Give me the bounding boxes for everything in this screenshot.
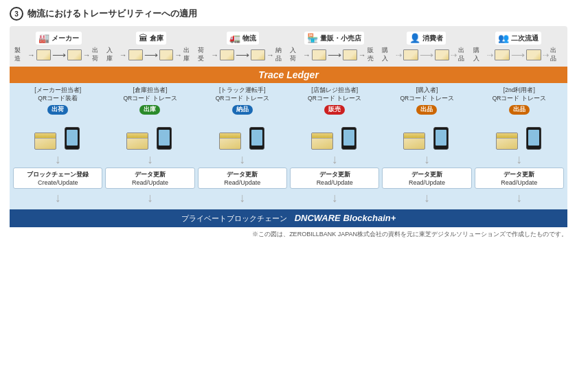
down-arrow-3: ↓ <box>332 153 338 165</box>
role-line2-3: QRコード トレース <box>308 95 361 103</box>
sc-arrow-1: → <box>120 51 127 59</box>
sc-icon-0: 🏭 <box>38 33 49 43</box>
sc-flow-right-label-0: 出荷 <box>92 47 104 63</box>
role-line1-4: [購入者] <box>400 87 453 95</box>
role-text-0: [メーカー担当者] QRコード装着 <box>34 87 81 103</box>
sc-flow-right-label-3: 販売 <box>367 47 379 63</box>
sc-flow-4: 購入 ⇢ ⟶ ⇢ 出品 <box>382 47 471 63</box>
sc-flow-left-label-4: 購入 <box>382 47 394 63</box>
sc-box2-0 <box>67 49 82 60</box>
data-line2-4: Read/Update <box>409 179 445 186</box>
sc-box-1 <box>128 49 143 60</box>
supply-chain-col-1: 🏛 倉庫 入庫 → ⟶ → 出庫 <box>105 32 197 63</box>
grid-col-1: [倉庫担当者] QRコード トレース 出庫 ↓ データ更新 Read/Updat… <box>105 87 194 206</box>
fig-number: 3 <box>14 10 19 18</box>
col-down-0: ↓ <box>55 191 61 205</box>
sc-flow-left-label-1: 入庫 <box>106 47 118 63</box>
grid-col-3: [店舗レジ担当者] QRコード トレース 販売 ↓ データ更新 Read/Upd… <box>290 87 379 206</box>
sc-arrow2-2: → <box>267 51 274 59</box>
data-line2-1: Read/Update <box>132 179 168 186</box>
data-line1-4: データ更新 <box>411 170 442 179</box>
sc-big-arrow-3: ⟶ <box>328 49 341 60</box>
action-badge-1: 出庫 <box>139 105 160 115</box>
sc-big-arrow-5: ⟶ <box>511 49 525 60</box>
supply-chain-col-0: 🏭 メーカー 製造 → ⟶ → 出荷 <box>13 32 105 63</box>
sc-flow-3: 入荷 → ⟶ → 販売 <box>290 47 379 63</box>
down-arrow-5: ↓ <box>516 153 522 165</box>
role-line1-0: [メーカー担当者] <box>34 87 81 95</box>
blockchain-prefix: プライベートブロックチェーン <box>181 214 295 222</box>
data-box-4: データ更新 Read/Update <box>382 168 471 189</box>
data-line1-5: データ更新 <box>504 170 534 179</box>
supply-chain-col-2: 🚛 物流 荷受 → ⟶ → 納品 <box>196 32 288 63</box>
blockchain-name: DNCWARE Blockchain+ <box>295 213 396 223</box>
sc-icon-5: 👥 <box>498 33 509 43</box>
main-grid-section: [メーカー担当者] QRコード装着 出荷 ↓ ブロックチェーン登録 Create… <box>10 83 567 209</box>
role-text-4: [購入者] QRコード トレース <box>400 87 453 103</box>
illustration-1 <box>124 117 176 151</box>
page-container: 3 物流におけるトレーサビリティーへの適用 🏭 メーカー 製造 → ⟶ → 出荷… <box>0 0 577 392</box>
action-badge-4: 出品 <box>416 105 437 115</box>
sc-arrow2-5: ⇢ <box>543 51 549 60</box>
box-illus-1 <box>126 132 148 150</box>
illustration-0 <box>32 117 84 151</box>
sc-arrow-2: → <box>211 51 218 59</box>
sc-flow-right-label-2: 納品 <box>275 47 287 63</box>
sc-flow-left-label-2: 荷受 <box>198 47 210 63</box>
sc-flow-2: 荷受 → ⟶ → 納品 <box>198 47 287 63</box>
role-line2-4: QRコード トレース <box>400 95 453 103</box>
sc-box2-4 <box>435 49 450 60</box>
sc-arrow-5: ⇢ <box>487 51 493 60</box>
sc-arrow-0: → <box>27 51 35 59</box>
illustration-2 <box>216 117 269 151</box>
title-row: 3 物流におけるトレーサビリティーへの適用 <box>10 7 567 21</box>
sc-label-0: メーカー <box>52 34 79 43</box>
grid-columns: [メーカー担当者] QRコード装着 出荷 ↓ ブロックチェーン登録 Create… <box>13 87 564 206</box>
role-line2-5: QRコード トレース <box>493 95 546 103</box>
role-line2-2: QRコード トレース <box>216 95 269 103</box>
data-line2-0: Create/Update <box>38 179 78 186</box>
sc-flow-left-label-0: 製造 <box>14 47 26 63</box>
role-line2-1: QRコード トレース <box>123 95 177 103</box>
sc-header-4: 👤 消費者 <box>407 32 446 45</box>
data-line1-1: データ更新 <box>135 170 166 179</box>
col-down-2: ↓ <box>239 191 245 205</box>
sc-icon-3: 🏪 <box>307 33 318 43</box>
phone-illus-3 <box>341 127 357 150</box>
supply-chain-section: 🏭 メーカー 製造 → ⟶ → 出荷 🏛 倉庫 入庫 → ⟶ → 出庫 🚛 <box>10 26 567 67</box>
trace-ledger-bar: Trace Ledger <box>10 67 567 83</box>
data-box-2: データ更新 Read/Update <box>198 168 287 189</box>
supply-chain-col-3: 🏪 量販・小売店 入荷 → ⟶ → 販売 <box>288 32 381 63</box>
role-line2-0: QRコード装着 <box>34 95 81 103</box>
role-text-1: [倉庫担当者] QRコード トレース <box>123 87 177 103</box>
sc-flow-0: 製造 → ⟶ → 出荷 <box>14 47 104 63</box>
sc-box-4 <box>403 49 418 60</box>
sc-big-arrow-2: ⟶ <box>236 49 249 60</box>
box-illus-4 <box>403 132 425 150</box>
sc-label-1: 倉庫 <box>150 34 163 43</box>
sc-flow-right-label-4: 出品 <box>458 47 471 63</box>
sc-big-arrow-0: ⟶ <box>52 49 66 60</box>
data-line1-0: ブロックチェーン登録 <box>27 170 89 179</box>
sc-big-arrow-1: ⟶ <box>144 49 158 60</box>
data-box-1: データ更新 Read/Update <box>105 168 194 189</box>
trace-ledger-label: Trace Ledger <box>258 69 319 80</box>
sc-header-3: 🏪 量販・小売店 <box>304 32 364 45</box>
sc-header-1: 🏛 倉庫 <box>136 32 166 45</box>
sc-flow-left-label-3: 入荷 <box>290 47 302 63</box>
data-box-3: データ更新 Read/Update <box>290 168 379 189</box>
phone-illus-0 <box>65 127 80 150</box>
role-text-2: [トラック運転手] QRコード トレース <box>216 87 269 103</box>
role-text-3: [店舗レジ担当者] QRコード トレース <box>308 87 361 103</box>
sc-arrow2-4: ⇢ <box>451 51 457 60</box>
sc-label-2: 物流 <box>242 34 256 43</box>
down-arrow-1: ↓ <box>147 153 153 165</box>
sc-header-0: 🏭 メーカー <box>36 32 82 45</box>
supply-chain-col-4: 👤 消費者 購入 ⇢ ⟶ ⇢ 出品 <box>381 32 473 63</box>
sc-flow-1: 入庫 → ⟶ → 出庫 <box>106 47 196 63</box>
role-line1-1: [倉庫担当者] <box>123 87 177 95</box>
blockchain-bar: プライベートブロックチェーン DNCWARE Blockchain+ <box>10 209 567 227</box>
sc-icon-1: 🏛 <box>139 33 148 43</box>
box-illus-5 <box>496 132 518 150</box>
sc-box2-5 <box>526 49 541 60</box>
